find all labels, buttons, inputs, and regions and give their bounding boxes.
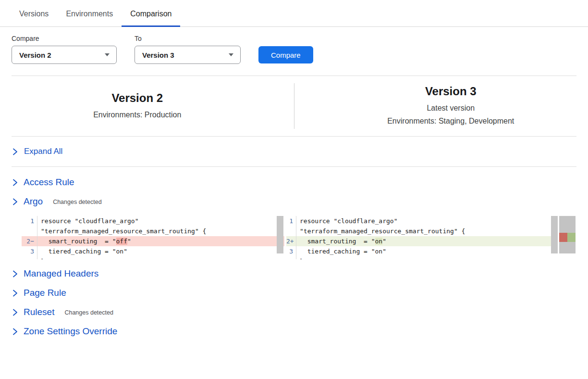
section-label: Page Rule xyxy=(24,288,66,298)
compare-to-select[interactable]: Version 3 xyxy=(135,46,241,64)
tab-bar: Versions Environments Comparison xyxy=(0,0,588,27)
compare-button[interactable]: Compare xyxy=(258,46,313,63)
section-access-rule[interactable]: Access Rule xyxy=(12,173,576,192)
diff-overview-ruler[interactable] xyxy=(559,216,576,253)
dropdown-caret-icon xyxy=(229,53,233,56)
compare-from-field: Compare Version 2 xyxy=(12,35,117,64)
code-line-removed: 2− smart_routing = "off" xyxy=(22,236,284,246)
section-label: Argo xyxy=(24,196,43,207)
chevron-right-icon xyxy=(12,290,18,297)
chevron-right-icon xyxy=(12,270,18,278)
section-page-rule[interactable]: Page Rule xyxy=(12,283,576,303)
line-number: 1 xyxy=(22,216,37,226)
code-line: "terraform_managed_resource_smart_routin… xyxy=(286,226,558,236)
to-label: To xyxy=(135,35,241,42)
removed-change-marker xyxy=(559,233,567,242)
line-number xyxy=(22,256,37,259)
line-number xyxy=(286,256,296,259)
code-line: } xyxy=(22,256,284,259)
right-pane-scrollbar[interactable] xyxy=(551,216,558,253)
chevron-right-icon xyxy=(12,328,18,335)
diff-right-pane[interactable]: 1resource "cloudflare_argo" "terraform_m… xyxy=(286,216,558,259)
chevron-right-icon xyxy=(12,179,18,186)
section-label: Ruleset xyxy=(24,307,54,317)
chevron-right-icon xyxy=(12,148,18,155)
line-number xyxy=(22,226,37,236)
line-number: 2+ xyxy=(286,236,296,246)
chevron-right-icon xyxy=(12,309,18,316)
changes-detected-badge: Changes detected xyxy=(53,199,101,205)
version-right-environments: Environments: Staging, Development xyxy=(325,114,577,127)
line-number: 2− xyxy=(22,236,37,246)
code-line: "terraform_managed_resource_smart_routin… xyxy=(22,226,284,236)
line-number: 1 xyxy=(286,216,296,226)
line-number: 3 xyxy=(286,246,296,256)
compare-to-field: To Version 3 xyxy=(135,35,241,64)
dropdown-caret-icon xyxy=(105,53,110,56)
code-line: 1resource "cloudflare_argo" xyxy=(22,216,284,226)
code-line: } xyxy=(286,256,558,259)
compare-from-select[interactable]: Version 2 xyxy=(12,46,117,64)
tab-comparison[interactable]: Comparison xyxy=(122,2,180,27)
section-label: Managed Headers xyxy=(24,268,98,279)
version-right-latest: Latest version xyxy=(325,101,577,114)
expand-all-label: Expand All xyxy=(24,147,62,156)
tab-environments[interactable]: Environments xyxy=(57,2,122,27)
line-number: 3 xyxy=(22,246,37,256)
code-line: 1resource "cloudflare_argo" xyxy=(286,216,558,226)
compare-from-value: Version 2 xyxy=(19,51,51,59)
code-line: 3 tiered_caching = "on" xyxy=(22,246,284,256)
version-right-title: Version 3 xyxy=(325,85,577,98)
expand-all-button[interactable]: Expand All xyxy=(12,137,576,166)
code-line-added: 2+ smart_routing = "on" xyxy=(286,236,558,246)
section-label: Zone Settings Override xyxy=(24,326,117,337)
line-number xyxy=(286,226,296,236)
version-left-title: Version 2 xyxy=(12,91,263,105)
diff-left-pane[interactable]: 1resource "cloudflare_argo" "terraform_m… xyxy=(22,216,284,259)
version-left-header: Version 2 Environments: Production xyxy=(12,91,294,121)
section-zone-settings-override[interactable]: Zone Settings Override xyxy=(12,322,576,341)
version-right-header: Version 3 Latest version Environments: S… xyxy=(294,85,577,127)
section-label: Access Rule xyxy=(24,177,74,188)
section-argo[interactable]: Argo Changes detected xyxy=(12,192,576,211)
added-change-marker xyxy=(567,233,576,242)
code-line: 3 tiered_caching = "on" xyxy=(286,246,558,256)
changes-detected-badge: Changes detected xyxy=(64,309,113,316)
version-left-environments: Environments: Production xyxy=(12,108,263,121)
argo-diff-viewer: 1resource "cloudflare_argo" "terraform_m… xyxy=(22,216,576,259)
section-managed-headers[interactable]: Managed Headers xyxy=(12,264,576,283)
comparison-page: Versions Environments Comparison Compare… xyxy=(0,0,588,379)
left-pane-scrollbar[interactable] xyxy=(277,216,283,253)
compare-label: Compare xyxy=(12,35,117,42)
chevron-right-icon xyxy=(12,198,18,205)
compare-form: Compare Version 2 To Version 3 Compare xyxy=(0,27,588,64)
tab-versions[interactable]: Versions xyxy=(11,2,57,27)
compare-to-value: Version 3 xyxy=(142,51,174,59)
section-ruleset[interactable]: Ruleset Changes detected xyxy=(12,303,576,322)
resource-sections: Access Rule Argo Changes detected 1resou… xyxy=(0,167,588,341)
version-header: Version 2 Environments: Production Versi… xyxy=(0,76,588,136)
